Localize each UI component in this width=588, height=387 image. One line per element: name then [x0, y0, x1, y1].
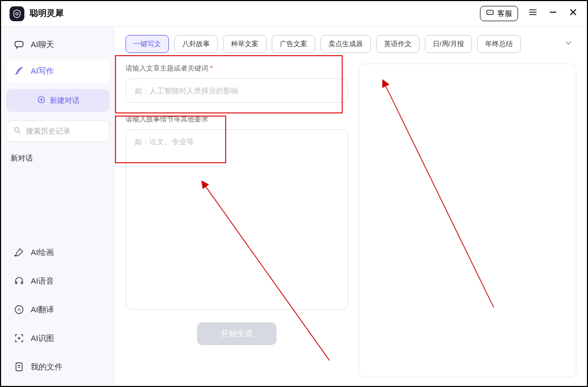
sidebar-item-ai-voice[interactable]: AI语音	[6, 268, 110, 294]
translate-icon: A	[14, 304, 24, 315]
sidebar-item-label: AI识图	[31, 333, 54, 344]
writing-tabs: 一键写文 八卦故事 种草文案 广告文案 卖点生成器 英语作文 日/周/月报 年终…	[126, 35, 576, 53]
new-chat-label: 新建对话	[50, 96, 79, 105]
sidebar: AI聊天 AI写作 新建对话 搜索历史记录 新对话 AI绘画 AI语音 A AI…	[1, 27, 115, 386]
svg-point-2	[488, 12, 489, 13]
input-form: 请输入文章主题或者关键词 * 请输入故事情节等其他要求 开始生成	[126, 64, 348, 377]
new-chat-button[interactable]: 新建对话	[6, 89, 110, 112]
sidebar-item-label: 我的文件	[31, 362, 63, 372]
brush-icon	[14, 247, 24, 258]
sidebar-item-label: AI绘画	[31, 248, 54, 258]
generate-button[interactable]: 开始生成	[197, 322, 277, 345]
main-content: 一键写文 八卦故事 种草文案 广告文案 卖点生成器 英语作文 日/周/月报 年终…	[115, 27, 587, 386]
tab-reports[interactable]: 日/周/月报	[425, 35, 472, 53]
search-icon	[13, 126, 22, 136]
sidebar-item-ai-drawing[interactable]: AI绘画	[6, 240, 110, 265]
svg-rect-10	[16, 363, 22, 371]
detail-textarea[interactable]	[126, 129, 348, 310]
app-title: 聪明灵犀	[30, 8, 64, 19]
plus-circle-icon	[37, 95, 46, 105]
tab-seeding-copy[interactable]: 种草文案	[223, 35, 266, 53]
support-label: 客服	[497, 9, 512, 19]
detail-field-label: 请输入故事情节等其他要求	[126, 115, 348, 124]
app-logo-icon	[10, 6, 24, 21]
close-button[interactable]	[568, 7, 578, 20]
chat-bubble-icon	[486, 8, 494, 19]
svg-point-3	[491, 12, 492, 13]
sidebar-item-ai-chat[interactable]: AI聊天	[6, 33, 110, 56]
tab-year-summary[interactable]: 年终总结	[477, 35, 521, 53]
sidebar-item-ai-writing[interactable]: AI写作	[6, 59, 110, 83]
sidebar-item-my-files[interactable]: 我的文件	[6, 354, 110, 380]
sidebar-item-ai-translate[interactable]: A AI翻译	[6, 297, 110, 322]
sidebar-item-label: AI写作	[31, 66, 54, 76]
minimize-button[interactable]	[548, 7, 558, 20]
image-scan-icon	[14, 333, 24, 344]
feather-icon	[14, 66, 24, 76]
required-asterisk: *	[210, 64, 213, 72]
titlebar-left: 聪明灵犀	[10, 6, 64, 21]
svg-point-9	[18, 337, 20, 339]
tab-quick-write[interactable]: 一键写文	[126, 35, 169, 53]
output-panel	[359, 64, 576, 377]
search-history-input[interactable]: 搜索历史记录	[6, 120, 110, 142]
tab-ad-copy[interactable]: 广告文案	[272, 35, 315, 53]
svg-point-6	[15, 128, 19, 132]
history-section-label[interactable]: 新对话	[6, 145, 110, 168]
topic-field-label: 请输入文章主题或者关键词 *	[126, 64, 348, 73]
topic-input[interactable]	[126, 78, 348, 103]
topic-label-text: 请输入文章主题或者关键词	[126, 64, 208, 72]
sidebar-item-label: AI语音	[31, 276, 54, 286]
sidebar-item-label: AI翻译	[31, 305, 54, 315]
svg-rect-1	[487, 10, 493, 14]
hamburger-menu-icon[interactable]	[528, 7, 538, 20]
tab-gossip-story[interactable]: 八卦故事	[174, 35, 218, 53]
svg-point-0	[16, 12, 19, 15]
file-icon	[14, 362, 24, 372]
svg-rect-4	[15, 41, 23, 47]
chat-icon	[14, 39, 24, 50]
titlebar-right: 客服	[480, 6, 578, 21]
titlebar: 聪明灵犀 客服	[1, 1, 587, 27]
headphones-icon	[14, 276, 24, 286]
tab-english-essay[interactable]: 英语作文	[376, 35, 420, 53]
sidebar-item-ai-image-recognition[interactable]: AI识图	[6, 326, 110, 351]
svg-text:A: A	[17, 307, 21, 312]
chevron-down-icon	[564, 40, 573, 49]
expand-tabs-toggle[interactable]	[560, 35, 576, 53]
support-button[interactable]: 客服	[480, 6, 518, 21]
tab-selling-points[interactable]: 卖点生成器	[320, 35, 371, 53]
sidebar-item-label: AI聊天	[31, 40, 54, 50]
search-placeholder: 搜索历史记录	[26, 127, 70, 136]
